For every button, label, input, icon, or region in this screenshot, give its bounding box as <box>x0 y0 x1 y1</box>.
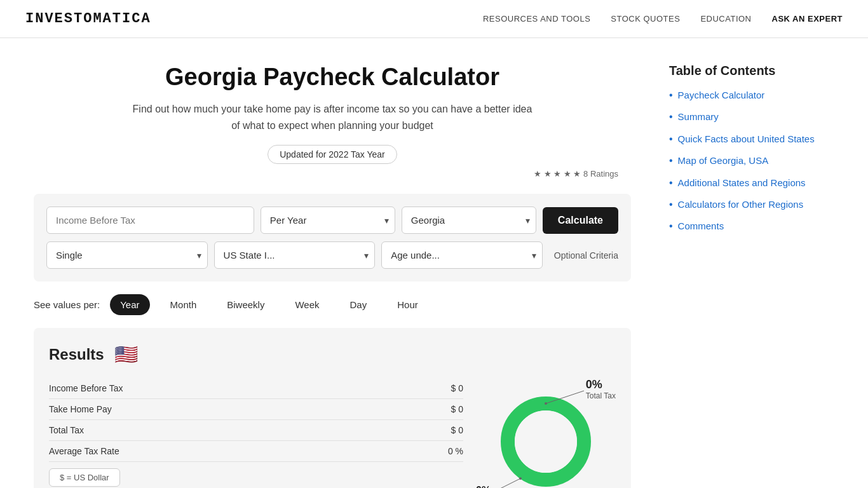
currency-badge: $ = US Dollar <box>49 468 120 487</box>
age-select[interactable]: Age unde... Age under 65 Age 65+ <box>381 241 543 269</box>
page-wrapper: Georgia Paycheck Calculator Find out how… <box>21 38 847 488</box>
calc-row-1: Per Year Per Month Per Week Per Day Per … <box>46 207 618 234</box>
toc-item-map: Map of Georgia, USA <box>669 154 834 168</box>
nav-resources[interactable]: RESOURCES AND TOOLS <box>483 14 590 24</box>
see-values-label: See values per: <box>34 299 100 310</box>
period-week[interactable]: Week <box>285 294 329 315</box>
state-select[interactable]: Georgia Alabama California New York Texa… <box>402 207 536 234</box>
optional-row: Single Married Head of Household US Stat… <box>46 241 618 269</box>
period-month[interactable]: Month <box>160 294 207 315</box>
see-values-row: See values per: Year Month Biweekly Week… <box>34 294 631 315</box>
toc-link-summary[interactable]: Summary <box>678 110 719 123</box>
svg-point-3 <box>545 402 547 405</box>
toc-item-paycheck: Paycheck Calculator <box>669 88 834 102</box>
result-takehome: Take Home Pay $ 0 <box>49 399 463 420</box>
filing-select[interactable]: Single Married Head of Household <box>46 241 208 269</box>
region-select[interactable]: US State I... US State Income Tax <box>214 241 376 269</box>
total-tax-label: 0% Total Tax <box>586 378 616 400</box>
toc-link-paycheck[interactable]: Paycheck Calculator <box>678 88 765 102</box>
chart-wrap: 0% Total Tax 0% Net Pay INVESTOMATICA <box>476 378 616 488</box>
result-income: Income Before Tax $ 0 <box>49 378 463 399</box>
svg-point-5 <box>519 477 522 480</box>
calculator-box: Per Year Per Month Per Week Per Day Per … <box>34 194 631 281</box>
toc-item-states: Additional States and Regions <box>669 176 834 190</box>
net-pay-label: 0% Net Pay <box>476 485 503 488</box>
period-select[interactable]: Per Year Per Month Per Week Per Day Per … <box>261 207 395 234</box>
results-title: Results <box>49 346 104 363</box>
result-totaltax: Total Tax $ 0 <box>49 420 463 441</box>
period-biweekly[interactable]: Biweekly <box>217 294 275 315</box>
nav-links: RESOURCES AND TOOLS STOCK QUOTES EDUCATI… <box>483 14 843 24</box>
ratings: ★ ★ ★ ★ ★ 8 Ratings <box>34 169 631 179</box>
toc-item-comments: Comments <box>669 219 834 233</box>
results-content: Income Before Tax $ 0 Take Home Pay $ 0 … <box>49 378 616 488</box>
toc-item-summary: Summary <box>669 110 834 124</box>
hero: Georgia Paycheck Calculator Find out how… <box>34 64 631 179</box>
income-input[interactable] <box>46 207 254 234</box>
navbar: INVESTOMATICA RESOURCES AND TOOLS STOCK … <box>0 0 868 38</box>
period-hour[interactable]: Hour <box>387 294 428 315</box>
page-title: Georgia Paycheck Calculator <box>34 64 631 91</box>
hero-description: Find out how much your take home pay is … <box>129 101 536 133</box>
nav-stock[interactable]: STOCK QUOTES <box>611 14 680 24</box>
tax-year-badge: Updated for 2022 Tax Year <box>268 145 397 164</box>
sidebar: Table of Contents Paycheck Calculator Su… <box>669 64 834 488</box>
result-avgrate: Average Tax Rate 0 % <box>49 441 463 462</box>
svg-point-1 <box>515 410 577 473</box>
period-year[interactable]: Year <box>110 294 149 315</box>
region-select-wrap: US State I... US State Income Tax <box>214 241 376 269</box>
toc-list: Paycheck Calculator Summary Quick Facts … <box>669 88 834 234</box>
flag-icon: 🇺🇸 <box>114 343 138 365</box>
optional-criteria-label: Optional Criteria <box>554 250 618 261</box>
results-table: Income Before Tax $ 0 Take Home Pay $ 0 … <box>49 378 463 488</box>
calculate-button[interactable]: Calculate <box>543 207 618 234</box>
toc-link-quickfacts[interactable]: Quick Facts about United States <box>678 132 815 146</box>
results-header: Results 🇺🇸 <box>49 343 616 365</box>
toc-link-map[interactable]: Map of Georgia, USA <box>678 154 769 167</box>
period-select-wrap: Per Year Per Month Per Week Per Day Per … <box>261 207 395 234</box>
toc-title: Table of Contents <box>669 64 834 78</box>
toc-item-calcs: Calculators for Other Regions <box>669 198 834 212</box>
filing-select-wrap: Single Married Head of Household <box>46 241 208 269</box>
period-day[interactable]: Day <box>340 294 377 315</box>
logo[interactable]: INVESTOMATICA <box>25 11 151 27</box>
nav-ask-expert[interactable]: ASK AN EXPERT <box>772 14 843 24</box>
toc-link-calcs[interactable]: Calculators for Other Regions <box>678 198 804 211</box>
main-content: Georgia Paycheck Calculator Find out how… <box>34 64 631 488</box>
age-select-wrap: Age unde... Age under 65 Age 65+ <box>381 241 543 269</box>
nav-education[interactable]: EDUCATION <box>700 14 751 24</box>
toc-link-comments[interactable]: Comments <box>678 219 724 233</box>
results-box: Results 🇺🇸 Income Before Tax $ 0 Take Ho… <box>34 328 631 488</box>
state-select-wrap: Georgia Alabama California New York Texa… <box>402 207 536 234</box>
toc-item-quickfacts: Quick Facts about United States <box>669 132 834 146</box>
toc-link-states[interactable]: Additional States and Regions <box>678 176 806 189</box>
